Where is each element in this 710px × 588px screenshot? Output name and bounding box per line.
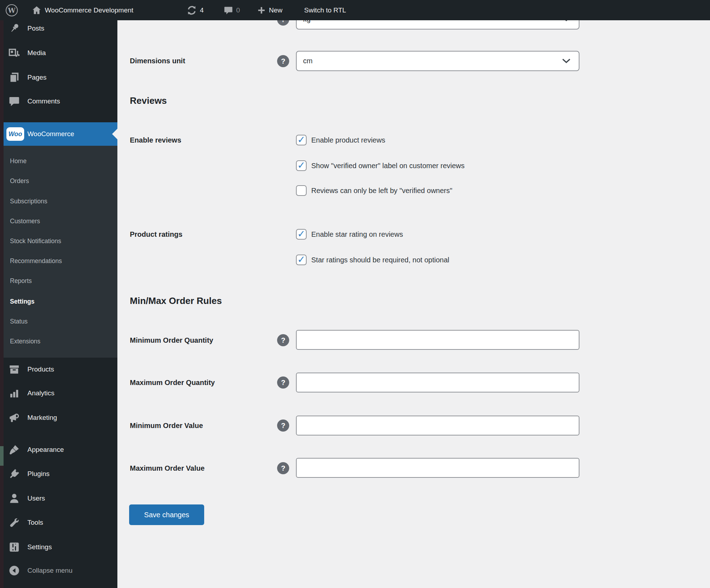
sidebar-item-plugins[interactable]: Plugins — [4, 462, 117, 486]
verified-owners-only-label[interactable]: Reviews can only be left by "verified ow… — [311, 186, 452, 195]
maximum-order-quantity-help-icon[interactable]: ? — [277, 376, 289, 389]
sidebar-item-label: Users — [27, 495, 45, 502]
maximum-order-value-label: Maximum Order Value — [130, 464, 205, 472]
sidebar-item-label: Analytics — [27, 389, 54, 397]
submenu-label: Customers — [10, 218, 40, 225]
sidebar-item-users[interactable]: Users — [4, 486, 117, 511]
maximum-order-value-input[interactable] — [296, 458, 579, 478]
sidebar-item-label: Marketing — [27, 414, 57, 422]
submenu-item-subscriptions[interactable]: Subscriptions — [4, 191, 117, 211]
sidebar-item-label: Posts — [27, 25, 44, 32]
sliders-icon — [8, 541, 21, 554]
plus-icon — [257, 6, 266, 15]
minimum-order-value-input[interactable] — [296, 416, 579, 435]
save-changes-button[interactable]: Save changes — [129, 504, 204, 525]
submenu-item-orders[interactable]: Orders — [4, 171, 117, 191]
comments-button[interactable]: 0 — [223, 0, 240, 20]
updates-button[interactable]: 4 — [186, 0, 204, 20]
sidebar-item-label: Tools — [27, 519, 43, 526]
submenu-item-settings[interactable]: Settings — [4, 292, 117, 311]
submenu-label: Reports — [10, 277, 32, 285]
dimensions-unit-select[interactable]: cm — [296, 51, 579, 71]
star-ratings-required-checkbox[interactable] — [296, 255, 307, 265]
screen-edge-strip-green — [0, 446, 4, 466]
maximum-order-quantity-label: Maximum Order Quantity — [130, 378, 215, 387]
minimum-order-value-label: Minimum Order Value — [130, 421, 203, 430]
settings-content: Weight unit ? kg Dimensions unit ? cm Re… — [117, 0, 710, 588]
sidebar-item-appearance[interactable]: Appearance — [4, 438, 117, 462]
submenu-label: Extensions — [10, 338, 41, 345]
paintbrush-icon — [8, 443, 21, 456]
pages-icon — [8, 71, 21, 84]
submenu-item-stock-notifications[interactable]: Stock Notifications — [4, 231, 117, 251]
star-ratings-required-label[interactable]: Star ratings should be required, not opt… — [311, 256, 449, 264]
new-label: New — [269, 6, 282, 14]
wordpress-logo-icon: W — [6, 4, 18, 16]
submenu-label: Stock Notifications — [10, 237, 61, 245]
submenu-item-extensions[interactable]: Extensions — [4, 331, 117, 351]
submenu-label: Recommendations — [10, 257, 62, 265]
admin-menu-sidebar: Posts Media Pages Comments Woo WooCommer… — [4, 0, 117, 588]
updates-count: 4 — [200, 6, 204, 14]
enable-star-rating-label[interactable]: Enable star rating on reviews — [311, 230, 403, 239]
rtl-label: Switch to RTL — [304, 6, 346, 14]
site-name: WooCommerce Development — [45, 6, 133, 14]
minimum-order-quantity-input[interactable] — [296, 330, 579, 350]
submenu-item-recommendations[interactable]: Recommendations — [4, 251, 117, 271]
wrench-icon — [8, 516, 21, 529]
chevron-down-icon — [562, 57, 571, 65]
collapse-menu-label: Collapse menu — [27, 567, 73, 574]
maximum-order-value-help-icon[interactable]: ? — [277, 462, 289, 474]
reviews-heading: Reviews — [130, 96, 167, 106]
enable-product-reviews-checkbox[interactable] — [296, 135, 307, 145]
sidebar-item-comments[interactable]: Comments — [4, 89, 117, 113]
minimum-order-quantity-help-icon[interactable]: ? — [277, 334, 289, 346]
dimensions-unit-value: cm — [303, 57, 313, 65]
archive-box-icon — [8, 363, 21, 376]
current-menu-arrow — [112, 129, 117, 139]
updates-icon — [186, 5, 197, 16]
dimensions-unit-label: Dimensions unit — [130, 57, 185, 65]
submenu-label: Home — [10, 157, 27, 165]
enable-product-reviews-label[interactable]: Enable product reviews — [311, 136, 385, 144]
submenu-label: Orders — [10, 177, 29, 185]
submenu-label: Subscriptions — [10, 198, 47, 205]
enable-star-rating-checkbox[interactable] — [296, 229, 307, 240]
sidebar-item-tools[interactable]: Tools — [4, 511, 117, 535]
minmax-heading: Min/Max Order Rules — [130, 296, 222, 306]
minimum-order-quantity-label: Minimum Order Quantity — [130, 336, 213, 344]
pushpin-icon — [8, 22, 21, 35]
sidebar-item-analytics[interactable]: Analytics — [4, 381, 117, 405]
submenu-item-reports[interactable]: Reports — [4, 271, 117, 291]
verified-owner-label-checkbox[interactable] — [296, 160, 307, 171]
wordpress-logo-button[interactable]: W — [6, 0, 18, 20]
collapse-menu-button[interactable]: Collapse menu — [4, 558, 117, 583]
media-icon — [8, 47, 21, 59]
sidebar-item-woocommerce[interactable]: Woo WooCommerce — [4, 122, 117, 146]
verified-owner-label-label[interactable]: Show "verified owner" label on customer … — [311, 161, 465, 170]
megaphone-icon — [8, 411, 21, 424]
sidebar-item-media[interactable]: Media — [4, 41, 117, 65]
admin-bar: W WooCommerce Development 4 0 New Switch… — [0, 0, 710, 20]
bar-chart-icon — [8, 387, 21, 400]
verified-owners-only-checkbox[interactable] — [296, 185, 307, 196]
sidebar-item-label: Media — [27, 49, 46, 57]
sidebar-item-settings-general[interactable]: Settings — [4, 535, 117, 559]
sidebar-item-label: Settings — [27, 543, 52, 551]
home-icon — [31, 5, 42, 16]
sidebar-item-products[interactable]: Products — [4, 357, 117, 381]
submenu-item-status[interactable]: Status — [4, 311, 117, 331]
new-content-button[interactable]: New — [257, 0, 282, 20]
maximum-order-quantity-input[interactable] — [296, 373, 579, 392]
dimensions-unit-help-icon[interactable]: ? — [277, 55, 289, 67]
woocommerce-logo: Woo — [6, 127, 24, 141]
minimum-order-value-help-icon[interactable]: ? — [277, 419, 289, 432]
submenu-item-customers[interactable]: Customers — [4, 211, 117, 231]
sidebar-item-label: Plugins — [27, 470, 49, 478]
sidebar-item-marketing[interactable]: Marketing — [4, 406, 117, 430]
comment-bubble-icon — [223, 5, 233, 15]
switch-to-rtl-button[interactable]: Switch to RTL — [304, 0, 346, 20]
sidebar-item-pages[interactable]: Pages — [4, 65, 117, 90]
site-home-button[interactable]: WooCommerce Development — [31, 0, 133, 20]
submenu-item-home[interactable]: Home — [4, 151, 117, 171]
